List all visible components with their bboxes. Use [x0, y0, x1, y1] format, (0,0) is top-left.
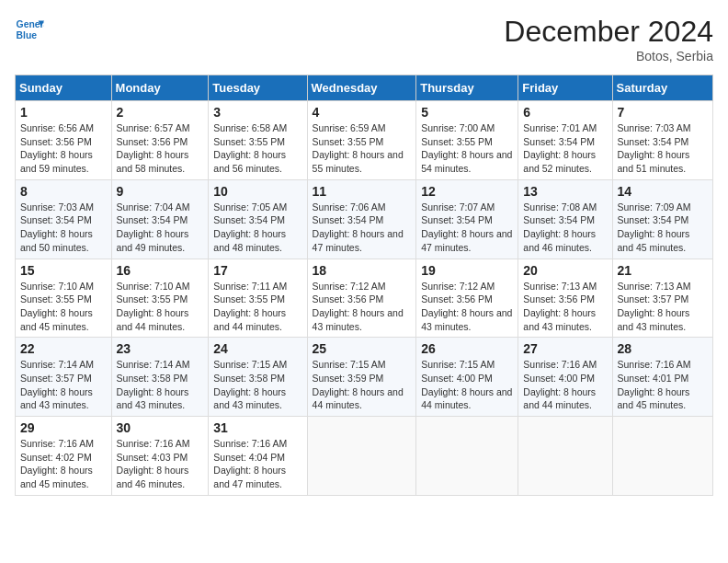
calendar-day-cell: 14 Sunrise: 7:09 AMSunset: 3:54 PMDaylig… [612, 179, 712, 259]
day-detail: Sunrise: 7:15 AMSunset: 4:00 PMDaylight:… [421, 358, 513, 412]
day-detail: Sunrise: 7:06 AMSunset: 3:54 PMDaylight:… [313, 201, 412, 255]
calendar-week-row: 8 Sunrise: 7:03 AMSunset: 3:54 PMDayligh… [16, 179, 713, 259]
calendar-day-cell: 22 Sunrise: 7:14 AMSunset: 3:57 PMDaylig… [16, 338, 112, 417]
calendar-day-cell: 9 Sunrise: 7:04 AMSunset: 3:54 PMDayligh… [111, 179, 209, 259]
day-detail: Sunrise: 7:05 AMSunset: 3:54 PMDaylight:… [213, 201, 301, 255]
calendar-day-cell: 2 Sunrise: 6:57 AMSunset: 3:56 PMDayligh… [111, 101, 209, 180]
day-detail: Sunrise: 7:07 AMSunset: 3:54 PMDaylight:… [421, 201, 513, 255]
day-detail: Sunrise: 7:12 AMSunset: 3:56 PMDaylight:… [421, 280, 513, 334]
svg-text:Blue: Blue [17, 30, 38, 40]
day-detail: Sunrise: 7:14 AMSunset: 3:57 PMDaylight:… [20, 358, 107, 412]
day-number: 11 [313, 184, 412, 199]
calendar-week-row: 1 Sunrise: 6:56 AMSunset: 3:56 PMDayligh… [16, 101, 713, 180]
day-number: 17 [213, 263, 301, 278]
day-detail: Sunrise: 7:16 AMSunset: 4:02 PMDaylight:… [20, 437, 107, 491]
weekday-header-friday: Friday [518, 75, 612, 101]
day-number: 18 [313, 263, 412, 278]
day-number: 3 [213, 105, 301, 120]
calendar-day-cell: 31 Sunrise: 7:16 AMSunset: 4:04 PMDaylig… [209, 417, 307, 496]
month-year-title: December 2024 [504, 15, 713, 49]
calendar-table: SundayMondayTuesdayWednesdayThursdayFrid… [15, 75, 713, 496]
logo-icon: General Blue [15, 15, 44, 44]
calendar-day-cell [612, 417, 712, 496]
weekday-header-saturday: Saturday [612, 75, 712, 101]
day-number: 4 [313, 105, 412, 120]
day-detail: Sunrise: 6:59 AMSunset: 3:55 PMDaylight:… [313, 121, 412, 176]
calendar-day-cell: 13 Sunrise: 7:08 AMSunset: 3:54 PMDaylig… [518, 179, 612, 259]
calendar-day-cell: 12 Sunrise: 7:07 AMSunset: 3:54 PMDaylig… [416, 179, 518, 259]
calendar-day-cell: 18 Sunrise: 7:12 AMSunset: 3:56 PMDaylig… [307, 259, 416, 338]
day-number: 1 [20, 105, 107, 120]
day-number: 13 [523, 184, 607, 199]
day-number: 8 [20, 184, 107, 199]
day-number: 6 [523, 105, 607, 120]
day-number: 28 [618, 341, 708, 356]
weekday-header-monday: Monday [111, 75, 209, 101]
day-detail: Sunrise: 7:16 AMSunset: 4:01 PMDaylight:… [618, 358, 708, 412]
title-block: December 2024 Botos, Serbia [504, 15, 713, 63]
day-detail: Sunrise: 7:08 AMSunset: 3:54 PMDaylight:… [523, 201, 607, 255]
calendar-header-row: SundayMondayTuesdayWednesdayThursdayFrid… [16, 75, 713, 101]
day-number: 14 [618, 184, 708, 199]
calendar-day-cell: 16 Sunrise: 7:10 AMSunset: 3:55 PMDaylig… [111, 259, 209, 338]
day-number: 24 [213, 341, 301, 356]
calendar-day-cell [307, 417, 416, 496]
calendar-day-cell: 8 Sunrise: 7:03 AMSunset: 3:54 PMDayligh… [16, 179, 112, 259]
calendar-day-cell: 29 Sunrise: 7:16 AMSunset: 4:02 PMDaylig… [16, 417, 112, 496]
calendar-day-cell: 24 Sunrise: 7:15 AMSunset: 3:58 PMDaylig… [209, 338, 307, 417]
calendar-day-cell: 25 Sunrise: 7:15 AMSunset: 3:59 PMDaylig… [307, 338, 416, 417]
day-detail: Sunrise: 7:16 AMSunset: 4:04 PMDaylight:… [213, 437, 301, 491]
day-number: 16 [117, 263, 204, 278]
day-number: 15 [20, 263, 107, 278]
day-number: 31 [213, 420, 301, 435]
day-detail: Sunrise: 6:58 AMSunset: 3:55 PMDaylight:… [213, 121, 301, 176]
calendar-day-cell: 15 Sunrise: 7:10 AMSunset: 3:55 PMDaylig… [16, 259, 112, 338]
calendar-day-cell: 23 Sunrise: 7:14 AMSunset: 3:58 PMDaylig… [111, 338, 209, 417]
calendar-day-cell: 11 Sunrise: 7:06 AMSunset: 3:54 PMDaylig… [307, 179, 416, 259]
day-detail: Sunrise: 7:12 AMSunset: 3:56 PMDaylight:… [313, 280, 412, 334]
day-detail: Sunrise: 7:14 AMSunset: 3:58 PMDaylight:… [117, 358, 204, 412]
day-detail: Sunrise: 7:01 AMSunset: 3:54 PMDaylight:… [523, 121, 607, 176]
calendar-week-row: 29 Sunrise: 7:16 AMSunset: 4:02 PMDaylig… [16, 417, 713, 496]
calendar-day-cell [518, 417, 612, 496]
day-number: 7 [618, 105, 708, 120]
calendar-week-row: 15 Sunrise: 7:10 AMSunset: 3:55 PMDaylig… [16, 259, 713, 338]
calendar-body: 1 Sunrise: 6:56 AMSunset: 3:56 PMDayligh… [16, 101, 713, 496]
calendar-day-cell: 21 Sunrise: 7:13 AMSunset: 3:57 PMDaylig… [612, 259, 712, 338]
day-detail: Sunrise: 7:03 AMSunset: 3:54 PMDaylight:… [20, 201, 107, 255]
weekday-header-wednesday: Wednesday [307, 75, 416, 101]
day-detail: Sunrise: 6:56 AMSunset: 3:56 PMDaylight:… [20, 121, 107, 176]
day-detail: Sunrise: 7:16 AMSunset: 4:03 PMDaylight:… [117, 437, 204, 491]
calendar-week-row: 22 Sunrise: 7:14 AMSunset: 3:57 PMDaylig… [16, 338, 713, 417]
calendar-day-cell: 3 Sunrise: 6:58 AMSunset: 3:55 PMDayligh… [209, 101, 307, 180]
day-number: 9 [117, 184, 204, 199]
calendar-day-cell: 20 Sunrise: 7:13 AMSunset: 3:56 PMDaylig… [518, 259, 612, 338]
day-detail: Sunrise: 7:10 AMSunset: 3:55 PMDaylight:… [117, 280, 204, 334]
day-number: 12 [421, 184, 513, 199]
day-number: 29 [20, 420, 107, 435]
calendar-day-cell: 19 Sunrise: 7:12 AMSunset: 3:56 PMDaylig… [416, 259, 518, 338]
calendar-day-cell: 28 Sunrise: 7:16 AMSunset: 4:01 PMDaylig… [612, 338, 712, 417]
day-number: 26 [421, 341, 513, 356]
calendar-day-cell [416, 417, 518, 496]
calendar-day-cell: 4 Sunrise: 6:59 AMSunset: 3:55 PMDayligh… [307, 101, 416, 180]
day-number: 22 [20, 341, 107, 356]
calendar-day-cell: 6 Sunrise: 7:01 AMSunset: 3:54 PMDayligh… [518, 101, 612, 180]
calendar-day-cell: 5 Sunrise: 7:00 AMSunset: 3:55 PMDayligh… [416, 101, 518, 180]
day-number: 2 [117, 105, 204, 120]
day-detail: Sunrise: 7:04 AMSunset: 3:54 PMDaylight:… [117, 201, 204, 255]
day-detail: Sunrise: 7:15 AMSunset: 3:58 PMDaylight:… [213, 358, 301, 412]
weekday-header-tuesday: Tuesday [209, 75, 307, 101]
day-detail: Sunrise: 7:13 AMSunset: 3:57 PMDaylight:… [618, 280, 708, 334]
calendar-day-cell: 26 Sunrise: 7:15 AMSunset: 4:00 PMDaylig… [416, 338, 518, 417]
calendar-day-cell: 17 Sunrise: 7:11 AMSunset: 3:55 PMDaylig… [209, 259, 307, 338]
calendar-day-cell: 1 Sunrise: 6:56 AMSunset: 3:56 PMDayligh… [16, 101, 112, 180]
calendar-day-cell: 27 Sunrise: 7:16 AMSunset: 4:00 PMDaylig… [518, 338, 612, 417]
page-header: General Blue December 2024 Botos, Serbia [15, 15, 713, 63]
weekday-header-thursday: Thursday [416, 75, 518, 101]
day-detail: Sunrise: 7:00 AMSunset: 3:55 PMDaylight:… [421, 121, 513, 176]
calendar-day-cell: 7 Sunrise: 7:03 AMSunset: 3:54 PMDayligh… [612, 101, 712, 180]
day-number: 5 [421, 105, 513, 120]
day-number: 23 [117, 341, 204, 356]
day-number: 19 [421, 263, 513, 278]
